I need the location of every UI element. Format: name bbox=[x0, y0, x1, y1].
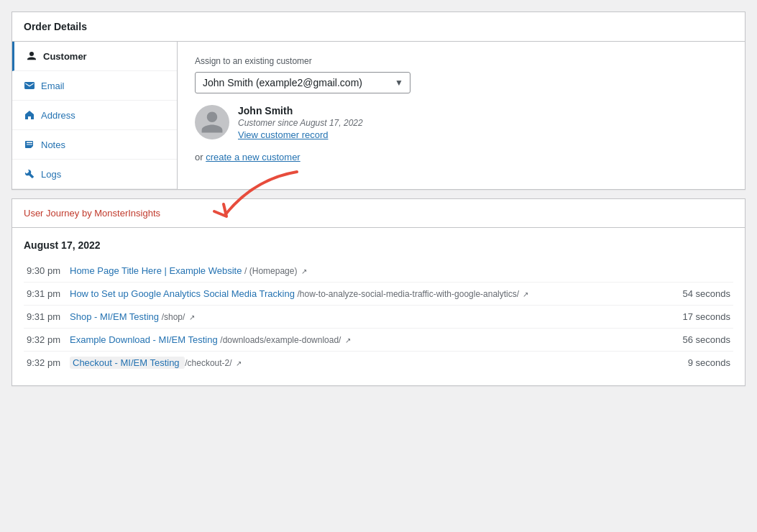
checkout-highlight: Checkout - MI/EM Testing bbox=[70, 357, 185, 369]
sidebar-item-address[interactable]: Address bbox=[12, 101, 177, 130]
sidebar-item-logs[interactable]: Logs bbox=[12, 160, 177, 189]
external-link-icon: ↗ bbox=[345, 336, 351, 344]
page-path: /shop/ ↗ bbox=[162, 312, 195, 322]
page-link[interactable]: Example Download - MI/EM Testing bbox=[70, 334, 218, 345]
sidebar-nav: Customer Email A bbox=[12, 42, 178, 189]
page-link[interactable]: Home Page Title Here | Example Website bbox=[70, 265, 242, 276]
time-cell: 9:31 pm bbox=[24, 283, 67, 306]
order-details-title: Order Details bbox=[12, 12, 745, 42]
note-icon bbox=[24, 139, 35, 150]
duration-cell: 9 seconds bbox=[676, 352, 733, 375]
duration-cell: 56 seconds bbox=[676, 329, 733, 352]
wrench-icon bbox=[24, 168, 35, 180]
page-path: /how-to-analyze-social-media-traffic-wit… bbox=[298, 289, 529, 299]
external-link-icon: ↗ bbox=[236, 359, 242, 367]
order-details-body: Customer Email A bbox=[12, 42, 745, 189]
avatar bbox=[195, 105, 229, 139]
journey-table: 9:30 pm Home Page Title Here | Example W… bbox=[24, 260, 733, 374]
home-icon bbox=[24, 109, 35, 121]
link-cell: Shop - MI/EM Testing /shop/ ↗ bbox=[67, 306, 676, 329]
link-cell: Checkout - MI/EM Testing /checkout-2/ ↗ bbox=[67, 352, 676, 375]
time-cell: 9:32 pm bbox=[24, 352, 67, 375]
time-cell: 9:32 pm bbox=[24, 329, 67, 352]
table-row: 9:31 pm How to Set up Google Analytics S… bbox=[24, 283, 733, 306]
external-link-icon: ↗ bbox=[301, 267, 307, 275]
sidebar-item-customer-label: Customer bbox=[43, 51, 87, 62]
sidebar-item-customer[interactable]: Customer bbox=[12, 42, 177, 71]
user-journey-header: User Journey by MonsterInsights bbox=[12, 199, 745, 228]
page-link[interactable]: Shop - MI/EM Testing bbox=[70, 311, 159, 322]
or-text: or bbox=[195, 152, 203, 162]
customer-name: John Smith bbox=[238, 105, 363, 116]
external-link-icon: ↗ bbox=[523, 290, 528, 298]
user-journey-title: User Journey by MonsterInsights bbox=[24, 208, 160, 219]
duration-cell bbox=[676, 260, 733, 283]
sidebar-item-email-label: Email bbox=[41, 81, 65, 91]
sidebar-item-logs-label: Logs bbox=[41, 169, 61, 180]
email-icon bbox=[24, 80, 35, 91]
page-link[interactable]: Checkout - MI/EM Testing bbox=[73, 357, 180, 368]
create-new-line: or create a new customer bbox=[195, 152, 728, 162]
customer-card: John Smith Customer since August 17, 202… bbox=[195, 105, 728, 140]
link-cell: Home Page Title Here | Example Website /… bbox=[67, 260, 676, 283]
page-path: /checkout-2/ ↗ bbox=[185, 358, 242, 368]
create-new-customer-link[interactable]: create a new customer bbox=[206, 152, 300, 162]
time-cell: 9:31 pm bbox=[24, 306, 67, 329]
duration-cell: 54 seconds bbox=[676, 283, 733, 306]
time-cell: 9:30 pm bbox=[24, 260, 67, 283]
user-journey-panel: User Journey by MonsterInsights August 1… bbox=[12, 198, 745, 386]
page-path: /downloads/example-download/ ↗ bbox=[220, 335, 350, 345]
journey-date: August 17, 2022 bbox=[24, 239, 733, 251]
sidebar-item-address-label: Address bbox=[41, 110, 75, 121]
view-record-link[interactable]: View customer record bbox=[238, 129, 363, 140]
table-row: 9:32 pm Checkout - MI/EM Testing /checko… bbox=[24, 352, 733, 375]
duration-cell: 17 seconds bbox=[676, 306, 733, 329]
link-cell: Example Download - MI/EM Testing /downlo… bbox=[67, 329, 676, 352]
sidebar-item-notes-label: Notes bbox=[41, 139, 65, 150]
arrow-container: User Journey by MonsterInsights bbox=[24, 208, 160, 219]
sidebar-item-notes[interactable]: Notes bbox=[12, 130, 177, 160]
customer-select[interactable]: John Smith (example2@gmail.com) bbox=[195, 72, 410, 93]
page-link[interactable]: How to Set up Google Analytics Social Me… bbox=[70, 288, 295, 299]
order-details-panel: Order Details Customer bbox=[12, 12, 745, 190]
table-row: 9:32 pm Example Download - MI/EM Testing… bbox=[24, 329, 733, 352]
journey-content: August 17, 2022 9:30 pm Home Page Title … bbox=[12, 228, 745, 385]
person-icon bbox=[26, 50, 37, 62]
customer-info: John Smith Customer since August 17, 202… bbox=[238, 105, 363, 140]
page-path: / (Homepage) ↗ bbox=[244, 266, 307, 276]
customer-content: Assign to an existing customer John Smit… bbox=[178, 42, 745, 189]
customer-since: Customer since August 17, 2022 bbox=[238, 118, 363, 128]
sidebar-item-email[interactable]: Email bbox=[12, 71, 177, 101]
table-row: 9:30 pm Home Page Title Here | Example W… bbox=[24, 260, 733, 283]
table-row: 9:31 pm Shop - MI/EM Testing /shop/ ↗ 17… bbox=[24, 306, 733, 329]
customer-select-wrapper: John Smith (example2@gmail.com) ▼ bbox=[195, 72, 410, 93]
main-wrapper: Order Details Customer bbox=[0, 0, 757, 532]
link-cell: How to Set up Google Analytics Social Me… bbox=[67, 283, 676, 306]
external-link-icon: ↗ bbox=[189, 313, 195, 321]
assign-label: Assign to an existing customer bbox=[195, 56, 728, 66]
